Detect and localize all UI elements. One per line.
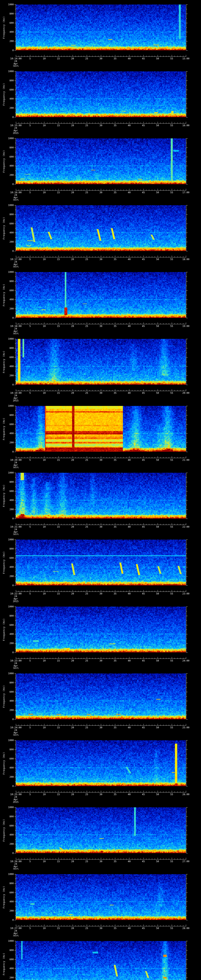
x-tick-label: 40: [128, 191, 131, 194]
x-tick-label: 20: [71, 124, 74, 127]
date-line: 24: [14, 662, 17, 665]
y-tick-label: 1000: [0, 806, 14, 809]
x-tick-label: 30: [99, 592, 102, 595]
x-end-time-label: 25:00: [182, 726, 190, 729]
spectrogram-canvas: [16, 539, 186, 585]
x-tick-label: 45: [142, 726, 145, 729]
x-tick-label: 25: [85, 793, 88, 796]
x-tick-label: 55: [171, 659, 173, 662]
x-tick-label: 45: [142, 391, 145, 395]
x-tick-label: 45: [142, 793, 145, 796]
x-tick-label: 25: [85, 860, 88, 863]
x-tick-label: 40: [128, 391, 131, 395]
x-tick-label: 30: [99, 860, 102, 863]
y-tick-label: 600: [0, 557, 14, 559]
spectrogram-canvas: [16, 205, 186, 251]
y-tick-label: 1000: [0, 337, 14, 340]
y-tick-label: 600: [0, 490, 14, 493]
x-start-time-label: 10:22:00: [10, 592, 22, 595]
x-tick-label: 50: [156, 659, 159, 662]
x-end-time-label: 17:00: [182, 191, 190, 194]
x-tick-label: 55: [171, 592, 173, 595]
y-tick-label: 600: [0, 222, 14, 225]
x-tick-label: 30: [99, 659, 102, 662]
x-tick-label: 45: [142, 659, 145, 662]
x-tick-label: 25: [85, 459, 88, 461]
y-tick-label: 400: [0, 97, 14, 100]
x-tick-label: 5: [29, 258, 31, 261]
x-tick-label: 10: [43, 927, 46, 930]
y-tick-label: 200: [0, 107, 14, 109]
x-tick-label: 35: [114, 726, 116, 729]
y-tick-label: 400: [0, 700, 14, 702]
x-end-time-label: 21:00: [182, 459, 190, 461]
x-tick-label: 25: [85, 391, 88, 395]
y-tick-label: 0: [0, 183, 14, 186]
y-tick-label: 200: [0, 575, 14, 578]
date-line: Apr: [14, 263, 18, 266]
x-tick-label: 35: [114, 57, 116, 60]
y-tick-label: 200: [0, 240, 14, 243]
spectrogram-panel: Frequency (Hz) 0200400600800100010:16:00…: [0, 134, 201, 201]
x-start-time-label: 10:21:00: [10, 525, 22, 528]
x-tick-label: 10: [43, 860, 46, 863]
x-tick-label: 35: [114, 124, 116, 127]
x-tick-label: 50: [156, 57, 159, 60]
x-tick-label: 40: [128, 258, 131, 261]
x-tick-label: 55: [171, 726, 173, 729]
x-tick-label: 5: [29, 459, 31, 461]
y-tick-label: 800: [0, 949, 14, 951]
y-tick-label: 400: [0, 967, 14, 970]
x-tick-label: 20: [71, 726, 74, 729]
x-start-time-label: 10:14:00: [10, 57, 22, 60]
y-tick-label: 1000: [0, 3, 14, 6]
y-tick-label: 200: [0, 976, 14, 979]
x-tick-label: 20: [71, 391, 74, 395]
spectrogram-canvas: [16, 272, 186, 318]
x-tick-label: 30: [99, 726, 102, 729]
date-line: 24: [14, 327, 17, 330]
y-tick-label: 600: [0, 757, 14, 760]
date-line: Apr: [14, 464, 18, 466]
x-tick-label: 30: [99, 124, 102, 127]
spectrogram-panel: Frequency (Hz) 0200400600800100010:28:00…: [0, 937, 201, 980]
y-axis-title: Frequency (Hz): [3, 551, 5, 574]
x-tick-label: 55: [171, 191, 173, 194]
spectrogram-canvas: [16, 339, 186, 385]
x-tick-label: 5: [29, 124, 31, 127]
y-tick-label: 0: [0, 317, 14, 319]
x-tick-label: 30: [99, 793, 102, 796]
x-tick-label: 55: [171, 325, 173, 328]
x-tick-label: 40: [128, 860, 131, 863]
y-tick-label: 0: [0, 250, 14, 253]
x-tick-label: 10: [43, 525, 46, 528]
y-tick-label: 600: [0, 88, 14, 91]
y-tick-label: 800: [0, 681, 14, 684]
y-tick-label: 1000: [0, 471, 14, 474]
x-tick-label: 5: [29, 592, 31, 595]
x-tick-label: 10: [43, 258, 46, 261]
x-tick-label: 35: [114, 525, 116, 528]
x-tick-label: 15: [57, 793, 60, 796]
y-tick-label: 1000: [0, 940, 14, 942]
y-axis-title: Frequency (Hz): [3, 752, 5, 775]
date-line: Apr: [14, 196, 18, 199]
y-axis-title: Frequency (Hz): [3, 886, 5, 908]
spectrogram-canvas: [16, 406, 186, 452]
x-tick-label: 25: [85, 592, 88, 595]
x-tick-label: 25: [85, 659, 88, 662]
x-end-time-label: 16:00: [182, 124, 190, 127]
x-tick-label: 40: [128, 124, 131, 127]
x-tick-label: 25: [85, 927, 88, 930]
x-tick-label: 25: [85, 525, 88, 528]
y-tick-label: 400: [0, 164, 14, 167]
y-tick-label: 400: [0, 766, 14, 769]
x-tick-label: 35: [114, 592, 116, 595]
spectrogram-panel: Frequency (Hz) 0200400600800100010:15:00…: [0, 67, 201, 134]
y-tick-label: 400: [0, 432, 14, 435]
x-tick-label: 35: [114, 191, 116, 194]
x-tick-label: 30: [99, 927, 102, 930]
y-tick-label: 1000: [0, 70, 14, 73]
x-tick-label: 45: [142, 927, 145, 930]
y-tick-label: 0: [0, 718, 14, 721]
